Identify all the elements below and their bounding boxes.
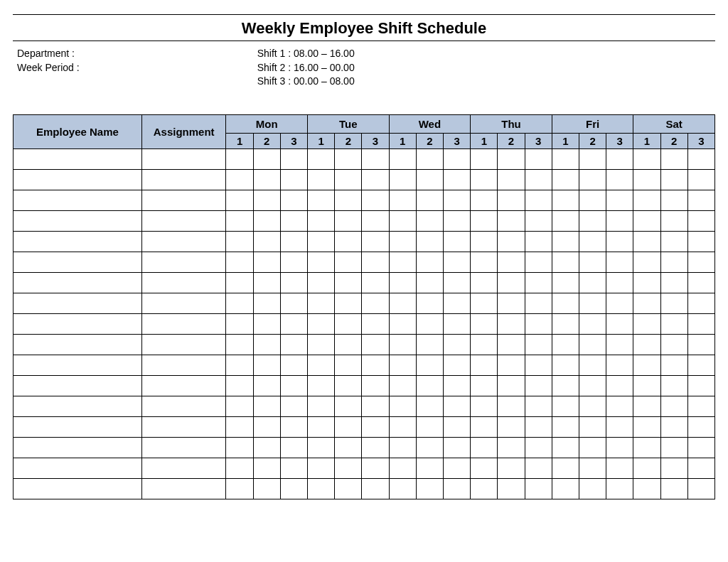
- cell-assignment[interactable]: [141, 169, 226, 190]
- cell-shift[interactable]: [280, 416, 307, 437]
- cell-shift[interactable]: [471, 334, 498, 355]
- cell-shift[interactable]: [471, 169, 498, 190]
- cell-shift[interactable]: [552, 272, 579, 293]
- cell-assignment[interactable]: [141, 334, 226, 355]
- cell-shift[interactable]: [687, 375, 714, 396]
- cell-shift[interactable]: [362, 375, 389, 396]
- cell-shift[interactable]: [308, 416, 335, 437]
- cell-shift[interactable]: [280, 334, 307, 355]
- cell-employee[interactable]: [14, 375, 142, 396]
- cell-shift[interactable]: [416, 190, 443, 210]
- cell-shift[interactable]: [280, 437, 307, 458]
- cell-shift[interactable]: [579, 416, 606, 437]
- cell-shift[interactable]: [253, 169, 280, 190]
- cell-shift[interactable]: [253, 478, 280, 499]
- cell-employee[interactable]: [14, 416, 142, 437]
- cell-shift[interactable]: [362, 437, 389, 458]
- cell-shift[interactable]: [633, 478, 660, 499]
- cell-shift[interactable]: [389, 190, 416, 210]
- cell-assignment[interactable]: [141, 190, 226, 210]
- cell-shift[interactable]: [471, 375, 498, 396]
- cell-shift[interactable]: [226, 148, 253, 169]
- cell-shift[interactable]: [498, 231, 525, 252]
- cell-shift[interactable]: [416, 355, 443, 375]
- cell-shift[interactable]: [335, 334, 362, 355]
- cell-assignment[interactable]: [141, 416, 226, 437]
- cell-shift[interactable]: [335, 293, 362, 313]
- cell-shift[interactable]: [687, 148, 714, 169]
- cell-shift[interactable]: [525, 148, 552, 169]
- cell-employee[interactable]: [14, 252, 142, 272]
- cell-shift[interactable]: [362, 334, 389, 355]
- cell-shift[interactable]: [471, 272, 498, 293]
- cell-shift[interactable]: [416, 148, 443, 169]
- cell-shift[interactable]: [226, 334, 253, 355]
- cell-shift[interactable]: [687, 252, 714, 272]
- cell-shift[interactable]: [687, 169, 714, 190]
- cell-shift[interactable]: [633, 313, 660, 334]
- cell-shift[interactable]: [226, 396, 253, 416]
- cell-shift[interactable]: [280, 375, 307, 396]
- cell-shift[interactable]: [335, 252, 362, 272]
- cell-shift[interactable]: [444, 375, 471, 396]
- cell-shift[interactable]: [226, 458, 253, 478]
- cell-assignment[interactable]: [141, 458, 226, 478]
- cell-shift[interactable]: [308, 375, 335, 396]
- cell-shift[interactable]: [633, 396, 660, 416]
- cell-shift[interactable]: [389, 252, 416, 272]
- cell-shift[interactable]: [416, 313, 443, 334]
- cell-shift[interactable]: [579, 293, 606, 313]
- cell-shift[interactable]: [525, 169, 552, 190]
- cell-shift[interactable]: [579, 252, 606, 272]
- cell-assignment[interactable]: [141, 210, 226, 231]
- cell-shift[interactable]: [280, 231, 307, 252]
- cell-shift[interactable]: [362, 458, 389, 478]
- cell-shift[interactable]: [335, 313, 362, 334]
- cell-shift[interactable]: [498, 355, 525, 375]
- cell-shift[interactable]: [280, 293, 307, 313]
- cell-shift[interactable]: [471, 396, 498, 416]
- cell-shift[interactable]: [308, 210, 335, 231]
- cell-shift[interactable]: [687, 396, 714, 416]
- cell-shift[interactable]: [552, 375, 579, 396]
- cell-shift[interactable]: [416, 334, 443, 355]
- cell-shift[interactable]: [552, 169, 579, 190]
- cell-shift[interactable]: [308, 272, 335, 293]
- cell-shift[interactable]: [444, 458, 471, 478]
- cell-shift[interactable]: [416, 458, 443, 478]
- cell-shift[interactable]: [579, 190, 606, 210]
- cell-shift[interactable]: [444, 437, 471, 458]
- cell-shift[interactable]: [308, 293, 335, 313]
- cell-shift[interactable]: [687, 272, 714, 293]
- cell-shift[interactable]: [308, 478, 335, 499]
- cell-shift[interactable]: [633, 458, 660, 478]
- cell-shift[interactable]: [660, 169, 687, 190]
- cell-shift[interactable]: [226, 375, 253, 396]
- cell-shift[interactable]: [660, 416, 687, 437]
- cell-shift[interactable]: [416, 169, 443, 190]
- cell-shift[interactable]: [552, 313, 579, 334]
- cell-shift[interactable]: [416, 252, 443, 272]
- cell-shift[interactable]: [687, 458, 714, 478]
- cell-shift[interactable]: [633, 252, 660, 272]
- cell-shift[interactable]: [416, 478, 443, 499]
- cell-shift[interactable]: [444, 210, 471, 231]
- cell-employee[interactable]: [14, 355, 142, 375]
- cell-shift[interactable]: [308, 148, 335, 169]
- cell-assignment[interactable]: [141, 375, 226, 396]
- cell-shift[interactable]: [606, 190, 633, 210]
- cell-shift[interactable]: [579, 313, 606, 334]
- cell-shift[interactable]: [389, 437, 416, 458]
- cell-shift[interactable]: [308, 231, 335, 252]
- cell-shift[interactable]: [253, 210, 280, 231]
- cell-shift[interactable]: [660, 396, 687, 416]
- cell-shift[interactable]: [389, 210, 416, 231]
- cell-shift[interactable]: [471, 148, 498, 169]
- cell-employee[interactable]: [14, 478, 142, 499]
- cell-shift[interactable]: [471, 293, 498, 313]
- cell-shift[interactable]: [606, 478, 633, 499]
- cell-shift[interactable]: [660, 231, 687, 252]
- cell-shift[interactable]: [498, 458, 525, 478]
- cell-shift[interactable]: [416, 416, 443, 437]
- cell-shift[interactable]: [226, 313, 253, 334]
